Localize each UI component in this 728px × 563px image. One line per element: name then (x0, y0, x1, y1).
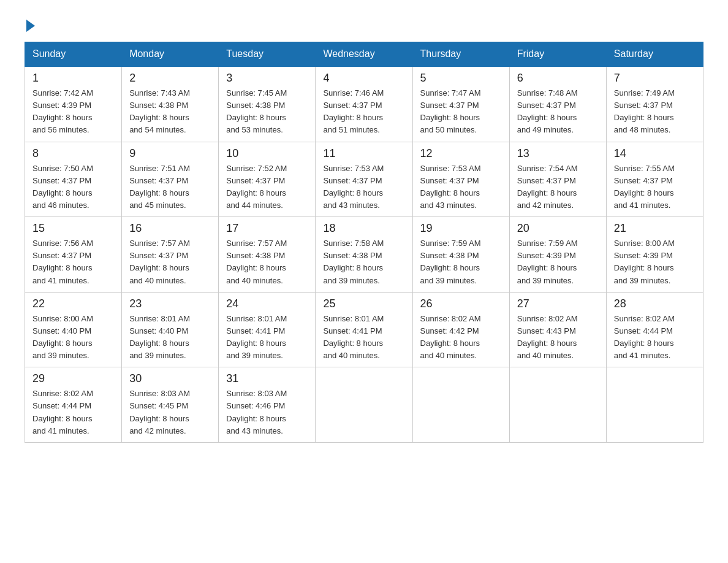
calendar-cell: 30Sunrise: 8:03 AM Sunset: 4:45 PM Dayli… (122, 367, 219, 443)
day-number: 18 (323, 222, 404, 235)
calendar-cell: 15Sunrise: 7:56 AM Sunset: 4:37 PM Dayli… (25, 217, 122, 293)
calendar-cell: 14Sunrise: 7:55 AM Sunset: 4:37 PM Dayli… (606, 142, 703, 217)
week-row-1: 1Sunrise: 7:42 AM Sunset: 4:39 PM Daylig… (25, 66, 703, 142)
calendar-cell: 8Sunrise: 7:50 AM Sunset: 4:37 PM Daylig… (25, 142, 122, 217)
calendar-cell: 12Sunrise: 7:53 AM Sunset: 4:37 PM Dayli… (412, 142, 509, 217)
calendar-cell: 17Sunrise: 7:57 AM Sunset: 4:38 PM Dayli… (219, 217, 316, 293)
page-header (25, 18, 703, 29)
calendar-cell: 23Sunrise: 8:01 AM Sunset: 4:40 PM Dayli… (122, 292, 219, 367)
day-info: Sunrise: 8:01 AM Sunset: 4:40 PM Dayligh… (129, 313, 211, 362)
day-number: 12 (420, 147, 502, 160)
day-info: Sunrise: 7:56 AM Sunset: 4:37 PM Dayligh… (32, 237, 114, 287)
day-number: 8 (32, 147, 114, 160)
calendar-cell: 18Sunrise: 7:58 AM Sunset: 4:38 PM Dayli… (316, 217, 412, 293)
week-row-3: 15Sunrise: 7:56 AM Sunset: 4:37 PM Dayli… (25, 217, 703, 293)
day-number: 20 (517, 222, 599, 235)
day-info: Sunrise: 8:02 AM Sunset: 4:44 PM Dayligh… (614, 313, 696, 362)
day-info: Sunrise: 8:00 AM Sunset: 4:39 PM Dayligh… (614, 237, 696, 287)
calendar-cell: 26Sunrise: 8:02 AM Sunset: 4:42 PM Dayli… (412, 292, 509, 367)
calendar-table: SundayMondayTuesdayWednesdayThursdayFrid… (25, 42, 703, 443)
day-info: Sunrise: 8:02 AM Sunset: 4:44 PM Dayligh… (32, 388, 114, 437)
calendar-cell: 4Sunrise: 7:46 AM Sunset: 4:37 PM Daylig… (316, 66, 412, 142)
day-info: Sunrise: 8:01 AM Sunset: 4:41 PM Dayligh… (226, 313, 308, 362)
day-info: Sunrise: 7:55 AM Sunset: 4:37 PM Dayligh… (614, 163, 696, 212)
day-number: 10 (226, 147, 308, 160)
day-info: Sunrise: 7:48 AM Sunset: 4:37 PM Dayligh… (517, 87, 599, 137)
day-number: 4 (323, 72, 404, 85)
day-info: Sunrise: 7:57 AM Sunset: 4:37 PM Dayligh… (129, 237, 211, 287)
week-row-2: 8Sunrise: 7:50 AM Sunset: 4:37 PM Daylig… (25, 142, 703, 217)
calendar-header-row: SundayMondayTuesdayWednesdayThursdayFrid… (25, 42, 703, 67)
day-number: 14 (614, 147, 696, 160)
header-friday: Friday (509, 42, 606, 67)
logo-arrow-icon (26, 20, 35, 32)
day-info: Sunrise: 8:02 AM Sunset: 4:42 PM Dayligh… (420, 313, 502, 362)
calendar-cell: 21Sunrise: 8:00 AM Sunset: 4:39 PM Dayli… (606, 217, 703, 293)
week-row-5: 29Sunrise: 8:02 AM Sunset: 4:44 PM Dayli… (25, 367, 703, 443)
calendar-cell: 20Sunrise: 7:59 AM Sunset: 4:39 PM Dayli… (509, 217, 606, 293)
calendar-cell: 22Sunrise: 8:00 AM Sunset: 4:40 PM Dayli… (25, 292, 122, 367)
calendar-cell (316, 367, 412, 443)
calendar-cell: 24Sunrise: 8:01 AM Sunset: 4:41 PM Dayli… (219, 292, 316, 367)
header-sunday: Sunday (25, 42, 122, 67)
calendar-cell: 19Sunrise: 7:59 AM Sunset: 4:38 PM Dayli… (412, 217, 509, 293)
day-info: Sunrise: 7:53 AM Sunset: 4:37 PM Dayligh… (420, 163, 502, 212)
day-info: Sunrise: 8:01 AM Sunset: 4:41 PM Dayligh… (323, 313, 404, 362)
day-number: 29 (32, 372, 114, 385)
day-info: Sunrise: 7:59 AM Sunset: 4:39 PM Dayligh… (517, 237, 599, 287)
calendar-cell: 13Sunrise: 7:54 AM Sunset: 4:37 PM Dayli… (509, 142, 606, 217)
day-info: Sunrise: 7:45 AM Sunset: 4:38 PM Dayligh… (226, 87, 308, 137)
header-thursday: Thursday (412, 42, 509, 67)
day-info: Sunrise: 7:59 AM Sunset: 4:38 PM Dayligh… (420, 237, 502, 287)
day-number: 30 (129, 372, 211, 385)
day-number: 21 (614, 222, 696, 235)
day-info: Sunrise: 7:57 AM Sunset: 4:38 PM Dayligh… (226, 237, 308, 287)
day-info: Sunrise: 7:54 AM Sunset: 4:37 PM Dayligh… (517, 163, 599, 212)
day-info: Sunrise: 7:51 AM Sunset: 4:37 PM Dayligh… (129, 163, 211, 212)
day-info: Sunrise: 7:52 AM Sunset: 4:37 PM Dayligh… (226, 163, 308, 212)
day-info: Sunrise: 8:03 AM Sunset: 4:46 PM Dayligh… (226, 388, 308, 437)
calendar-cell: 9Sunrise: 7:51 AM Sunset: 4:37 PM Daylig… (122, 142, 219, 217)
day-info: Sunrise: 7:47 AM Sunset: 4:37 PM Dayligh… (420, 87, 502, 137)
calendar-cell: 3Sunrise: 7:45 AM Sunset: 4:38 PM Daylig… (219, 66, 316, 142)
day-number: 5 (420, 72, 502, 85)
calendar-cell (412, 367, 509, 443)
day-number: 16 (129, 222, 211, 235)
header-monday: Monday (122, 42, 219, 67)
calendar-cell: 29Sunrise: 8:02 AM Sunset: 4:44 PM Dayli… (25, 367, 122, 443)
calendar-cell: 7Sunrise: 7:49 AM Sunset: 4:37 PM Daylig… (606, 66, 703, 142)
calendar-cell (509, 367, 606, 443)
header-saturday: Saturday (606, 42, 703, 67)
calendar-cell: 31Sunrise: 8:03 AM Sunset: 4:46 PM Dayli… (219, 367, 316, 443)
calendar-cell (606, 367, 703, 443)
calendar-cell: 6Sunrise: 7:48 AM Sunset: 4:37 PM Daylig… (509, 66, 606, 142)
day-number: 9 (129, 147, 211, 160)
day-number: 23 (129, 297, 211, 310)
day-number: 13 (517, 147, 599, 160)
week-row-4: 22Sunrise: 8:00 AM Sunset: 4:40 PM Dayli… (25, 292, 703, 367)
calendar-cell: 27Sunrise: 8:02 AM Sunset: 4:43 PM Dayli… (509, 292, 606, 367)
day-number: 6 (517, 72, 599, 85)
day-number: 2 (129, 72, 211, 85)
calendar-cell: 2Sunrise: 7:43 AM Sunset: 4:38 PM Daylig… (122, 66, 219, 142)
header-tuesday: Tuesday (219, 42, 316, 67)
day-number: 15 (32, 222, 114, 235)
day-info: Sunrise: 7:42 AM Sunset: 4:39 PM Dayligh… (32, 87, 114, 137)
calendar-cell: 11Sunrise: 7:53 AM Sunset: 4:37 PM Dayli… (316, 142, 412, 217)
day-number: 31 (226, 372, 308, 385)
day-info: Sunrise: 7:53 AM Sunset: 4:37 PM Dayligh… (323, 163, 404, 212)
day-info: Sunrise: 7:58 AM Sunset: 4:38 PM Dayligh… (323, 237, 404, 287)
day-number: 7 (614, 72, 696, 85)
day-number: 19 (420, 222, 502, 235)
day-number: 26 (420, 297, 502, 310)
day-info: Sunrise: 8:03 AM Sunset: 4:45 PM Dayligh… (129, 388, 211, 437)
calendar-cell: 16Sunrise: 7:57 AM Sunset: 4:37 PM Dayli… (122, 217, 219, 293)
day-number: 17 (226, 222, 308, 235)
calendar-cell: 1Sunrise: 7:42 AM Sunset: 4:39 PM Daylig… (25, 66, 122, 142)
logo (25, 18, 35, 29)
day-info: Sunrise: 7:46 AM Sunset: 4:37 PM Dayligh… (323, 87, 404, 137)
day-number: 11 (323, 147, 404, 160)
calendar-cell: 25Sunrise: 8:01 AM Sunset: 4:41 PM Dayli… (316, 292, 412, 367)
calendar-cell: 5Sunrise: 7:47 AM Sunset: 4:37 PM Daylig… (412, 66, 509, 142)
day-number: 22 (32, 297, 114, 310)
